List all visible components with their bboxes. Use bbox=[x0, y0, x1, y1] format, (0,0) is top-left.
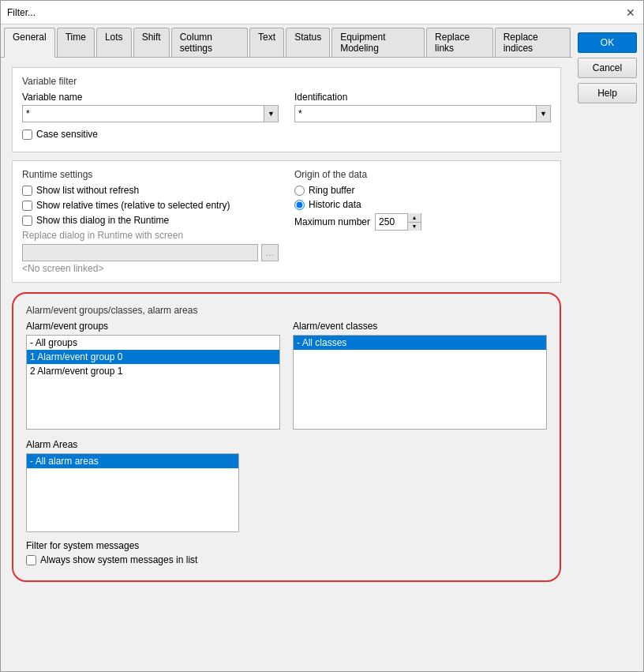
list-item[interactable]: - All groups bbox=[27, 336, 279, 350]
tab-shift[interactable]: Shift bbox=[133, 28, 170, 57]
variable-name-input[interactable] bbox=[23, 106, 264, 122]
tab-column-settings[interactable]: Column settings bbox=[171, 28, 248, 57]
spinner-buttons: ▲ ▼ bbox=[407, 213, 421, 231]
variable-filter-row: Variable name ▼ Identification ▼ bbox=[22, 92, 551, 122]
historic-data-row: Historic data bbox=[294, 199, 551, 210]
tab-general[interactable]: General bbox=[4, 28, 55, 58]
list-item[interactable]: - All alarm areas bbox=[27, 454, 238, 468]
variable-name-dropdown-btn[interactable]: ▼ bbox=[264, 106, 278, 122]
show-list-checkbox[interactable] bbox=[22, 186, 32, 196]
case-sensitive-label: Case sensitive bbox=[36, 129, 98, 140]
runtime-settings-col: Runtime settings Show list without refre… bbox=[22, 169, 279, 274]
list-item[interactable]: 1 Alarm/event group 0 bbox=[27, 350, 279, 364]
screen-link-input bbox=[22, 244, 258, 261]
case-sensitive-row: Case sensitive bbox=[22, 129, 551, 140]
tab-equipment-modeling[interactable]: Equipment Modeling bbox=[331, 28, 425, 57]
sidebar-buttons: OK Cancel Help bbox=[572, 24, 643, 601]
areas-listbox[interactable]: - All alarm areas bbox=[26, 453, 239, 532]
identification-dropdown-btn[interactable]: ▼ bbox=[536, 106, 550, 122]
always-show-label: Always show system messages in list bbox=[40, 554, 197, 565]
classes-listbox[interactable]: - All classes bbox=[293, 335, 547, 430]
variable-name-combo[interactable]: ▼ bbox=[22, 105, 279, 122]
groups-row: Alarm/event groups - All groups 1 Alarm/… bbox=[26, 321, 547, 430]
two-col-layout: Runtime settings Show list without refre… bbox=[22, 169, 551, 274]
window-title: Filter... bbox=[7, 7, 36, 18]
show-dialog-row: Show this dialog in the Runtime bbox=[22, 215, 279, 226]
ring-buffer-row: Ring buffer bbox=[294, 185, 551, 196]
ok-button[interactable]: OK bbox=[578, 32, 637, 53]
tabs-bar: General Time Lots Shift Column settings … bbox=[1, 24, 572, 58]
alarm-event-groups: Alarm/event groups - All groups 1 Alarm/… bbox=[26, 321, 280, 430]
ring-buffer-radio[interactable] bbox=[294, 186, 305, 196]
identification-input[interactable] bbox=[295, 106, 536, 122]
filter-system-section: Filter for system messages Always show s… bbox=[26, 540, 547, 565]
groups-listbox[interactable]: - All groups 1 Alarm/event group 0 2 Ala… bbox=[26, 335, 280, 430]
show-dialog-checkbox[interactable] bbox=[22, 216, 32, 226]
filter-system-label: Filter for system messages bbox=[26, 540, 547, 551]
identification-group: Identification ▼ bbox=[294, 92, 551, 122]
filter-dialog: Filter... ✕ General Time Lots Shift Colu… bbox=[0, 0, 644, 672]
alarm-areas-section: Alarm Areas - All alarm areas bbox=[26, 439, 547, 532]
main-area: General Time Lots Shift Column settings … bbox=[1, 24, 643, 601]
panel-general: Variable filter Variable name ▼ Identifi… bbox=[1, 58, 572, 601]
origin-data-label: Origin of the data bbox=[294, 169, 551, 180]
title-bar: Filter... ✕ bbox=[1, 1, 643, 24]
spinner-up-btn[interactable]: ▲ bbox=[408, 213, 421, 223]
tab-text[interactable]: Text bbox=[249, 28, 284, 57]
max-number-label: Maximum number bbox=[294, 216, 370, 227]
show-dialog-label: Show this dialog in the Runtime bbox=[36, 215, 169, 226]
replace-dialog-label: Replace dialog in Runtime with screen bbox=[22, 230, 279, 241]
historic-data-label: Historic data bbox=[309, 199, 361, 210]
tab-lots[interactable]: Lots bbox=[96, 28, 132, 57]
list-item[interactable]: - All classes bbox=[294, 336, 546, 350]
no-screen-label: <No screen linked> bbox=[22, 263, 279, 274]
show-relative-times-row: Show relative times (relative to selecte… bbox=[22, 200, 279, 211]
classes-label: Alarm/event classes bbox=[293, 321, 547, 332]
tab-replace-links[interactable]: Replace links bbox=[426, 28, 493, 57]
always-show-checkbox[interactable] bbox=[26, 555, 36, 565]
screen-link-btn[interactable]: … bbox=[261, 244, 279, 261]
ring-buffer-label: Ring buffer bbox=[309, 185, 354, 196]
historic-data-radio[interactable] bbox=[294, 200, 305, 210]
show-list-row: Show list without refresh bbox=[22, 185, 279, 196]
variable-name-group: Variable name ▼ bbox=[22, 92, 279, 122]
screen-link-row: … bbox=[22, 244, 279, 261]
tab-status[interactable]: Status bbox=[286, 28, 330, 57]
max-number-spinner[interactable]: ▲ ▼ bbox=[375, 213, 421, 231]
help-button[interactable]: Help bbox=[578, 83, 637, 103]
content-area: General Time Lots Shift Column settings … bbox=[1, 24, 572, 601]
tab-replace-indices[interactable]: Replace indices bbox=[495, 28, 571, 57]
max-number-input[interactable] bbox=[376, 214, 407, 230]
close-button[interactable]: ✕ bbox=[624, 6, 637, 19]
variable-filter-section: Variable filter Variable name ▼ Identifi… bbox=[12, 67, 561, 152]
always-show-row: Always show system messages in list bbox=[26, 554, 547, 565]
identification-label: Identification bbox=[294, 92, 551, 103]
case-sensitive-checkbox[interactable] bbox=[22, 130, 32, 140]
groups-label: Alarm/event groups bbox=[26, 321, 280, 332]
variable-filter-label: Variable filter bbox=[22, 76, 551, 87]
alarm-event-classes: Alarm/event classes - All classes bbox=[293, 321, 547, 430]
spinner-down-btn[interactable]: ▼ bbox=[408, 223, 421, 231]
tab-time[interactable]: Time bbox=[57, 28, 95, 57]
identification-combo[interactable]: ▼ bbox=[294, 105, 551, 122]
max-number-wrapper: Maximum number ▲ ▼ bbox=[294, 213, 551, 231]
cancel-button[interactable]: Cancel bbox=[578, 58, 637, 78]
areas-label: Alarm Areas bbox=[26, 439, 547, 450]
alarm-rounded-section: Alarm/event groups/classes, alarm areas … bbox=[12, 292, 561, 582]
runtime-origin-section: Runtime settings Show list without refre… bbox=[12, 160, 561, 283]
variable-name-label: Variable name bbox=[22, 92, 279, 103]
show-list-label: Show list without refresh bbox=[36, 185, 139, 196]
alarm-section-label: Alarm/event groups/classes, alarm areas bbox=[26, 305, 547, 316]
show-relative-times-label: Show relative times (relative to selecte… bbox=[36, 200, 230, 211]
list-item[interactable]: 2 Alarm/event group 1 bbox=[27, 364, 279, 378]
origin-data-col: Origin of the data Ring buffer Historic … bbox=[294, 169, 551, 274]
show-relative-times-checkbox[interactable] bbox=[22, 201, 32, 211]
runtime-settings-label: Runtime settings bbox=[22, 169, 279, 180]
